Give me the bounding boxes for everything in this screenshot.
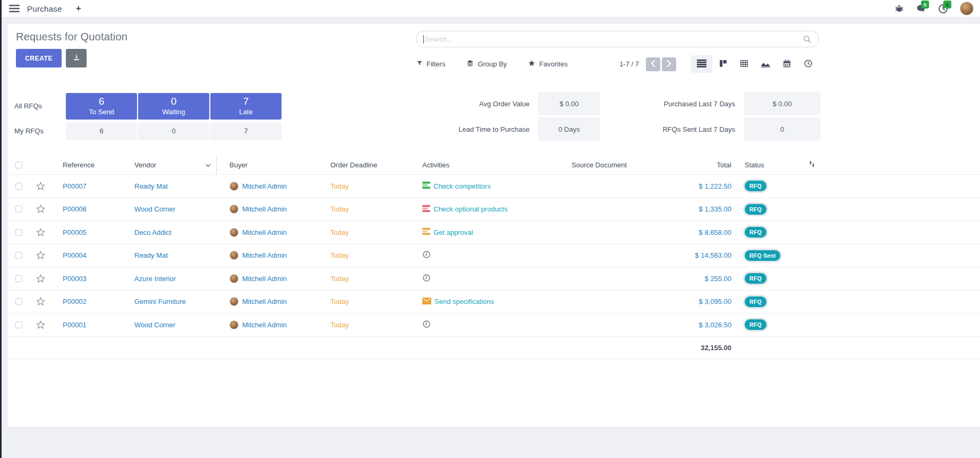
table-row[interactable]: P00005 Deco Addict Mitchell Admin Today … [8, 220, 980, 244]
favorite-star-icon[interactable] [29, 274, 52, 284]
row-checkbox[interactable] [15, 252, 22, 259]
buyer-cell[interactable]: Mitchell Admin [217, 274, 318, 283]
favorites-button[interactable]: Favorites [528, 60, 567, 69]
table-row[interactable]: P00007 Ready Mat Mitchell Admin Today Ch… [8, 174, 980, 198]
pager-next-button[interactable] [662, 57, 676, 71]
search-icon[interactable] [803, 35, 812, 44]
buyer-cell[interactable]: Mitchell Admin [217, 182, 318, 191]
status-cell: RFQ Sent [739, 250, 800, 261]
column-header-buyer[interactable]: Buyer [217, 161, 318, 169]
search-input[interactable]: Search... [416, 31, 819, 47]
rfq-reference-link[interactable]: P00003 [52, 275, 122, 283]
pager-previous-button[interactable] [646, 57, 660, 71]
my-rfqs-label: My RFQs [14, 127, 65, 135]
late-box[interactable]: 7 Late [210, 93, 282, 120]
debug-bug-icon[interactable] [894, 4, 904, 13]
vendor-link[interactable]: Gemini Furniture [122, 291, 217, 313]
apps-menu-icon[interactable] [9, 4, 20, 13]
rfq-reference-link[interactable]: P00006 [52, 205, 122, 213]
app-title[interactable]: Purchase [27, 4, 62, 13]
rfq-reference-link[interactable]: P00001 [52, 321, 122, 329]
table-row[interactable]: P00003 Azure Interior Mitchell Admin Tod… [8, 267, 980, 290]
rfq-reference-link[interactable]: P00007 [52, 182, 122, 190]
list-view-button[interactable] [691, 55, 712, 73]
column-header-status[interactable]: Status [739, 161, 800, 169]
my-to-send-box[interactable]: 6 [66, 122, 137, 140]
kanban-view-button[interactable] [712, 55, 734, 73]
pivot-view-button[interactable] [734, 55, 755, 73]
purchased-last-7-days-label: Purchased Last 7 Days [609, 100, 735, 108]
column-header-source-document[interactable]: Source Document [559, 161, 683, 169]
row-checkbox[interactable] [15, 321, 22, 328]
vendor-link[interactable]: Wood Corner [122, 313, 217, 336]
status-badge: RFQ [745, 227, 766, 238]
vendor-link[interactable]: Deco Addict [122, 221, 217, 244]
column-header-vendor[interactable]: Vendor [122, 155, 217, 174]
row-checkbox[interactable] [15, 298, 22, 305]
my-waiting-box[interactable]: 0 [138, 122, 209, 140]
export-download-button[interactable] [66, 49, 87, 67]
activity-cell[interactable]: Get approval [411, 228, 559, 236]
rfq-reference-link[interactable]: P00002 [52, 298, 122, 306]
activity-cell[interactable]: Check optional products [411, 205, 559, 214]
calendar-view-button[interactable] [776, 55, 797, 73]
to-send-box[interactable]: 6 To Send [66, 93, 137, 120]
buyer-cell[interactable]: Mitchell Admin [217, 251, 318, 260]
waiting-box[interactable]: 0 Waiting [138, 93, 209, 120]
activities-clock-icon[interactable]: 9 [938, 4, 948, 14]
column-header-order-deadline[interactable]: Order Deadline [318, 161, 411, 169]
top-navbar: Purchase + 5 9 [2, 0, 980, 18]
table-row[interactable]: P00001 Wood Corner Mitchell Admin Today … [8, 313, 980, 336]
messages-icon[interactable]: 5 [916, 4, 926, 13]
graph-view-icon [761, 59, 771, 69]
rfq-reference-link[interactable]: P00004 [52, 251, 122, 259]
new-tab-button[interactable]: + [76, 3, 81, 14]
activity-cell[interactable] [411, 250, 559, 260]
footer-total: 32,155.00 [683, 344, 739, 352]
group-by-button[interactable]: Group By [466, 60, 507, 69]
column-header-activities[interactable]: Activities [411, 161, 559, 169]
vendor-link[interactable]: Wood Corner [122, 198, 217, 221]
my-late-box[interactable]: 7 [210, 122, 282, 140]
row-checkbox[interactable] [15, 229, 22, 236]
optional-columns-button[interactable] [800, 160, 980, 169]
favorite-star-icon[interactable] [29, 227, 52, 238]
search-placeholder: Search... [425, 35, 453, 43]
column-header-reference[interactable]: Reference [52, 161, 122, 169]
table-row[interactable]: P00002 Gemini Furniture Mitchell Admin T… [8, 290, 980, 313]
activity-cell[interactable]: Send specifications [411, 298, 559, 306]
table-row[interactable]: P00004 Ready Mat Mitchell Admin Today $ … [8, 244, 980, 267]
adjust-columns-icon [808, 160, 816, 169]
favorite-star-icon[interactable] [29, 204, 52, 214]
buyer-cell[interactable]: Mitchell Admin [217, 297, 318, 306]
row-checkbox[interactable] [15, 183, 22, 190]
activity-cell[interactable] [411, 274, 559, 284]
create-button[interactable]: CREATE [16, 49, 62, 67]
rfq-reference-link[interactable]: P00005 [52, 228, 122, 236]
favorite-star-icon[interactable] [29, 181, 52, 191]
vendor-link[interactable]: Ready Mat [122, 244, 217, 267]
buyer-cell[interactable]: Mitchell Admin [217, 320, 318, 329]
user-avatar[interactable] [960, 2, 974, 15]
filters-button[interactable]: Filters [416, 60, 445, 68]
status-cell: RFQ [739, 319, 800, 330]
row-checkbox[interactable] [15, 275, 22, 282]
favorite-star-icon[interactable] [29, 296, 52, 307]
vendor-link[interactable]: Ready Mat [122, 175, 217, 198]
table-header-row: Reference Vendor Buyer Order Deadline Ac… [8, 155, 980, 174]
row-checkbox[interactable] [15, 206, 22, 213]
buyer-avatar [229, 274, 238, 283]
favorite-star-icon[interactable] [29, 250, 52, 260]
select-all-checkbox[interactable] [15, 162, 22, 168]
graph-view-button[interactable] [755, 55, 776, 73]
vendor-link[interactable]: Azure Interior [122, 267, 217, 290]
table-row[interactable]: P00006 Wood Corner Mitchell Admin Today … [8, 198, 980, 221]
column-header-total[interactable]: Total [683, 161, 739, 169]
activity-cell[interactable]: Check competitors [411, 182, 559, 190]
favorite-star-icon[interactable] [29, 320, 52, 330]
activity-view-button[interactable] [797, 55, 819, 73]
activity-cell[interactable] [411, 320, 559, 330]
odoo-purchase-screen: Purchase + 5 9 Requests for Quotation [0, 0, 980, 458]
buyer-cell[interactable]: Mitchell Admin [217, 228, 318, 237]
buyer-cell[interactable]: Mitchell Admin [217, 205, 318, 214]
